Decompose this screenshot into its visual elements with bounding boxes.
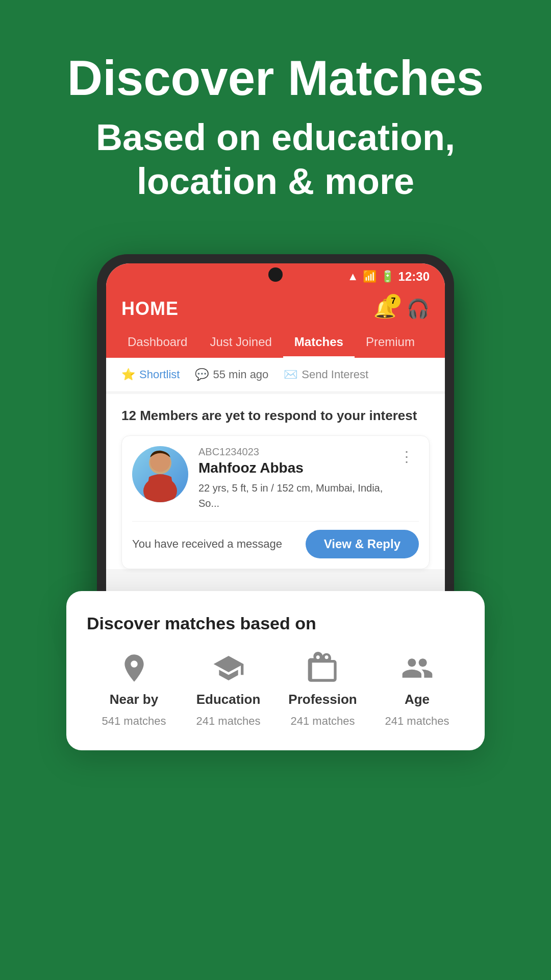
star-icon: ⭐ <box>121 368 135 381</box>
send-interest-button[interactable]: ✉️ Send Interest <box>284 368 368 381</box>
members-title: 12 Members are yet to respond to your in… <box>121 406 430 425</box>
profession-label: Profession <box>288 692 357 707</box>
age-label: Age <box>405 692 430 707</box>
more-options-button[interactable]: ⋮ <box>394 446 419 467</box>
status-time: 12:30 <box>398 270 430 284</box>
discover-item-age[interactable]: Age 241 matches <box>370 652 464 728</box>
app-title: HOME <box>121 298 179 320</box>
phone-frame: ▲ 📶 🔋 12:30 HOME 🔔 7 🎧 <box>97 254 454 630</box>
profile-name: Mahfooz Abbas <box>198 460 384 476</box>
avatar <box>132 446 188 502</box>
avatar-image <box>132 446 188 502</box>
age-icon <box>401 652 434 684</box>
discover-item-profession[interactable]: Profession 241 matches <box>276 652 370 728</box>
discover-card: Discover matches based on Near by 541 ma… <box>66 591 485 750</box>
notification-badge: 7 <box>386 294 400 308</box>
location-icon <box>118 652 151 684</box>
camera-notch <box>268 267 283 282</box>
tab-matches[interactable]: Matches <box>283 328 355 358</box>
camera-notch-wrapper <box>268 267 283 282</box>
hero-title: Discover Matches <box>31 51 520 105</box>
tab-just-joined[interactable]: Just Joined <box>198 328 283 358</box>
card-action-row: ⭐ Shortlist 💬 55 min ago ✉️ Send Interes… <box>106 358 445 392</box>
wifi-icon: ▲ <box>347 270 359 283</box>
discover-item-education[interactable]: Education 241 matches <box>181 652 276 728</box>
status-icons: ▲ 📶 🔋 12:30 <box>347 270 430 284</box>
discover-grid: Near by 541 matches Education 241 matche… <box>87 652 464 728</box>
profile-details: 22 yrs, 5 ft, 5 in / 152 cm, Mumbai, Ind… <box>198 480 384 511</box>
status-bar: ▲ 📶 🔋 12:30 <box>106 263 445 290</box>
profession-icon <box>307 652 339 684</box>
discover-card-title: Discover matches based on <box>87 614 464 633</box>
hero-subtitle: Based on education, location & more <box>31 115 520 204</box>
members-section: 12 Members are yet to respond to your in… <box>106 394 445 569</box>
discover-item-nearby[interactable]: Near by 541 matches <box>87 652 181 728</box>
header-icons: 🔔 7 🎧 <box>373 298 430 320</box>
notification-bell[interactable]: 🔔 7 <box>373 298 396 320</box>
app-header: HOME 🔔 7 🎧 <box>106 290 445 320</box>
phone-mockup: ▲ 📶 🔋 12:30 HOME 🔔 7 🎧 <box>0 254 551 630</box>
time-ago: 💬 55 min ago <box>195 368 268 381</box>
phone-screen: ▲ 📶 🔋 12:30 HOME 🔔 7 🎧 <box>106 263 445 621</box>
tab-premium[interactable]: Premium <box>355 328 426 358</box>
age-matches: 241 matches <box>385 715 449 728</box>
view-reply-button[interactable]: View & Reply <box>306 530 419 558</box>
profile-info: ABC1234023 Mahfooz Abbas 22 yrs, 5 ft, 5… <box>198 446 384 511</box>
nearby-label: Near by <box>110 692 158 707</box>
headphone-icon[interactable]: 🎧 <box>407 298 430 320</box>
battery-icon: 🔋 <box>381 270 394 283</box>
nav-tabs: Dashboard Just Joined Matches Premium <box>106 320 445 358</box>
profile-card: ABC1234023 Mahfooz Abbas 22 yrs, 5 ft, 5… <box>121 435 430 569</box>
signal-icon: 📶 <box>363 270 377 283</box>
education-matches: 241 matches <box>196 715 261 728</box>
message-text: You have received a message <box>132 537 282 551</box>
mail-icon: ✉️ <box>284 368 297 381</box>
tab-dashboard[interactable]: Dashboard <box>116 328 198 358</box>
nearby-matches: 541 matches <box>102 715 166 728</box>
education-label: Education <box>196 692 261 707</box>
message-row: You have received a message View & Reply <box>132 521 419 558</box>
shortlist-button[interactable]: ⭐ Shortlist <box>121 368 180 381</box>
education-icon <box>212 652 245 684</box>
hero-section: Discover Matches Based on education, loc… <box>0 0 551 234</box>
profession-matches: 241 matches <box>291 715 355 728</box>
profile-top: ABC1234023 Mahfooz Abbas 22 yrs, 5 ft, 5… <box>132 446 419 511</box>
chat-icon: 💬 <box>195 368 209 381</box>
profile-id: ABC1234023 <box>198 446 384 458</box>
